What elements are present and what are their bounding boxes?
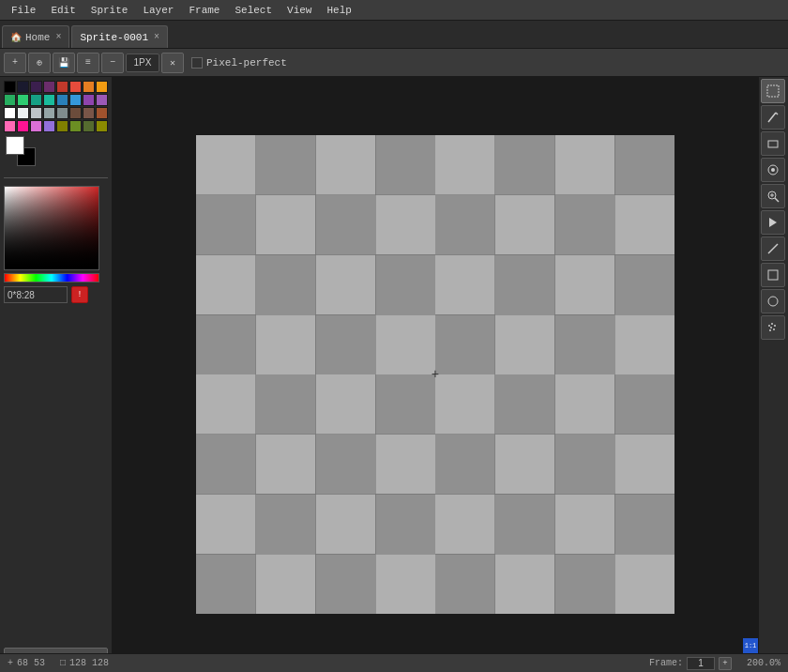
tool-magnifier[interactable] bbox=[761, 184, 785, 208]
tab-sprite-close[interactable]: × bbox=[154, 32, 159, 42]
frame-control: Frame: + bbox=[649, 657, 732, 670]
svg-rect-3 bbox=[768, 141, 778, 147]
palette-cell-30[interactable] bbox=[83, 120, 95, 132]
palette-cell-27[interactable] bbox=[43, 120, 55, 132]
corner-indicator: 1:1 bbox=[743, 638, 758, 653]
new-button[interactable]: + bbox=[4, 53, 26, 73]
menu-sprite[interactable]: Sprite bbox=[83, 3, 136, 18]
menu-help[interactable]: Help bbox=[319, 3, 358, 18]
menu-bar: File Edit Sprite Layer Frame Select View… bbox=[0, 0, 788, 21]
tool-rect[interactable] bbox=[761, 263, 785, 287]
cursor-position: + 68 53 bbox=[8, 658, 45, 668]
tab-sprite[interactable]: Sprite-0001 × bbox=[71, 25, 168, 48]
pixel-perfect-area: Pixel-perfect bbox=[191, 57, 287, 69]
svg-line-7 bbox=[775, 198, 779, 202]
svg-point-15 bbox=[771, 323, 773, 325]
palette-cell-23[interactable] bbox=[96, 107, 108, 119]
palette-cell-15[interactable] bbox=[96, 94, 108, 106]
zoom-in-button[interactable]: + bbox=[719, 657, 732, 670]
tool-eyedropper[interactable] bbox=[761, 158, 785, 182]
size-input[interactable] bbox=[126, 53, 159, 72]
palette-cell-29[interactable] bbox=[69, 120, 82, 132]
tool-pencil[interactable] bbox=[761, 105, 785, 130]
svg-rect-0 bbox=[767, 85, 779, 97]
svg-point-18 bbox=[773, 328, 775, 330]
palette-cell-20[interactable] bbox=[56, 107, 68, 119]
rect-icon bbox=[766, 268, 780, 282]
palette-cell-3[interactable] bbox=[43, 81, 55, 93]
pixel-perfect-checkbox[interactable] bbox=[191, 57, 203, 69]
tool-marquee[interactable] bbox=[761, 79, 785, 103]
svg-point-5 bbox=[771, 168, 775, 172]
cancel-button[interactable]: ✕ bbox=[161, 53, 184, 73]
menu-file[interactable]: File bbox=[4, 3, 43, 18]
sprite-size: □ 128 128 bbox=[60, 658, 109, 668]
palette-cell-18[interactable] bbox=[30, 107, 42, 119]
palette-cell-6[interactable] bbox=[83, 81, 95, 93]
zoom-level: 200.0% bbox=[747, 658, 780, 668]
color-picker-area: ! bbox=[0, 182, 112, 307]
palette-cell-0[interactable] bbox=[4, 81, 16, 93]
canvas-area[interactable]: + bbox=[113, 77, 758, 672]
palette-cell-31[interactable] bbox=[96, 120, 108, 132]
alert-button[interactable]: ! bbox=[71, 286, 88, 303]
palette-cell-13[interactable] bbox=[69, 94, 82, 106]
svg-line-2 bbox=[776, 113, 778, 115]
menu-view[interactable]: View bbox=[280, 3, 319, 18]
minus-button[interactable]: − bbox=[101, 53, 124, 73]
duplicate-button[interactable]: ⊕ bbox=[28, 53, 51, 73]
palette-cell-10[interactable] bbox=[30, 94, 42, 106]
palette-cell-14[interactable] bbox=[83, 94, 95, 106]
toolbar: + ⊕ 💾 ≡ − ✕ Pixel-perfect bbox=[0, 49, 788, 77]
magnifier-icon bbox=[766, 190, 780, 203]
palette-cell-21[interactable] bbox=[69, 107, 82, 119]
tool-fill[interactable] bbox=[761, 210, 785, 235]
hue-bar[interactable] bbox=[4, 273, 99, 283]
palette-cell-5[interactable] bbox=[69, 81, 82, 93]
palette-cell-12[interactable] bbox=[56, 94, 68, 106]
fill-icon bbox=[766, 216, 780, 229]
palette-cell-17[interactable] bbox=[17, 107, 29, 119]
palette-cell-25[interactable] bbox=[17, 120, 29, 132]
pencil-icon bbox=[766, 111, 780, 124]
palette-cell-24[interactable] bbox=[4, 120, 16, 132]
checker-canvas bbox=[196, 135, 674, 614]
left-panel: ! Mask bbox=[0, 77, 113, 672]
gradient-box[interactable] bbox=[4, 186, 99, 270]
palette-cell-2[interactable] bbox=[30, 81, 42, 93]
menu-edit[interactable]: Edit bbox=[43, 3, 83, 18]
fg-color-swatch[interactable] bbox=[6, 136, 24, 155]
palette-cell-8[interactable] bbox=[4, 94, 16, 106]
fg-bg-swatch-container bbox=[6, 136, 39, 170]
menu-layer[interactable]: Layer bbox=[135, 3, 181, 18]
menu-frame[interactable]: Frame bbox=[181, 3, 227, 18]
tab-home[interactable]: 🏠 Home × bbox=[2, 25, 69, 48]
palette-separator bbox=[4, 177, 108, 178]
hex-input[interactable] bbox=[4, 286, 68, 303]
palette-cell-4[interactable] bbox=[56, 81, 68, 93]
tab-home-close[interactable]: × bbox=[55, 32, 61, 42]
svg-point-19 bbox=[769, 329, 771, 331]
palette-cell-26[interactable] bbox=[30, 120, 42, 132]
tab-bar: 🏠 Home × Sprite-0001 × bbox=[0, 21, 788, 49]
frame-input[interactable] bbox=[687, 657, 715, 670]
palette-cell-19[interactable] bbox=[43, 107, 55, 119]
tab-sprite-label: Sprite-0001 bbox=[80, 32, 148, 43]
palette-cell-11[interactable] bbox=[43, 94, 55, 106]
palette-cell-16[interactable] bbox=[4, 107, 16, 119]
palette-cell-1[interactable] bbox=[17, 81, 29, 93]
palette-cell-22[interactable] bbox=[83, 107, 95, 119]
tool-spray[interactable] bbox=[761, 315, 785, 340]
menu-select[interactable]: Select bbox=[227, 3, 280, 18]
right-tools-panel bbox=[758, 77, 788, 672]
palette-cell-7[interactable] bbox=[96, 81, 108, 93]
tool-eraser[interactable] bbox=[761, 131, 785, 156]
svg-marker-10 bbox=[769, 218, 777, 227]
tool-line[interactable] bbox=[761, 237, 785, 261]
tool-ellipse[interactable] bbox=[761, 289, 785, 313]
svg-rect-12 bbox=[768, 270, 778, 280]
menu-button[interactable]: ≡ bbox=[77, 53, 99, 73]
palette-cell-9[interactable] bbox=[17, 94, 29, 106]
save-button[interactable]: 💾 bbox=[53, 53, 75, 73]
palette-cell-28[interactable] bbox=[56, 120, 68, 132]
